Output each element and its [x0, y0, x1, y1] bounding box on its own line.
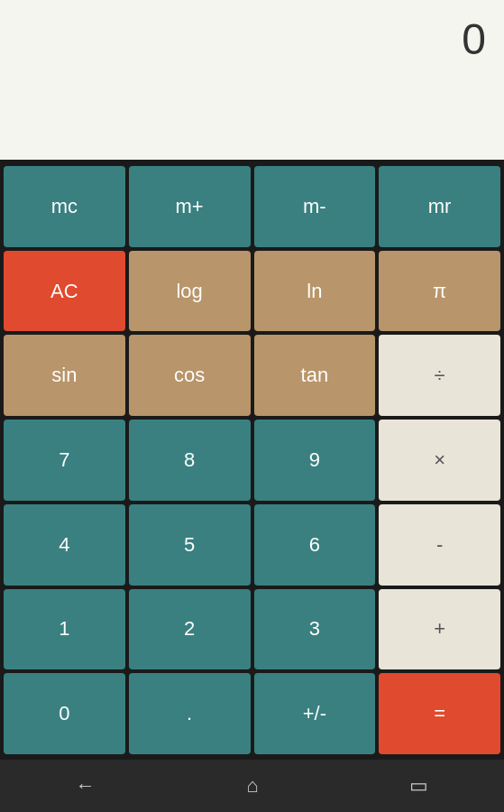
ac-button[interactable]: AC: [4, 251, 125, 332]
8-button[interactable]: 8: [129, 420, 251, 501]
bottom-row: 0 . +/- =: [4, 673, 500, 754]
navigation-bar: [0, 758, 504, 812]
memory-row: mc m+ m- mr: [4, 166, 500, 247]
m-minus-button[interactable]: m-: [254, 166, 376, 247]
mc-button[interactable]: mc: [4, 166, 125, 247]
number-row-123: 1 2 3 +: [4, 589, 500, 670]
3-button[interactable]: 3: [254, 589, 376, 670]
button-grid: mc m+ m- mr AC log ln π sin cos tan ÷ 7 …: [0, 162, 504, 758]
calculator-display: 0: [0, 0, 504, 162]
2-button[interactable]: 2: [129, 589, 251, 670]
4-button[interactable]: 4: [4, 504, 125, 586]
display-value: 0: [462, 14, 486, 64]
m-plus-button[interactable]: m+: [129, 166, 251, 247]
functions-row1: AC log ln π: [4, 251, 500, 332]
equals-button[interactable]: =: [379, 673, 500, 754]
cos-button[interactable]: cos: [129, 335, 251, 416]
pi-button[interactable]: π: [379, 251, 500, 332]
add-button[interactable]: +: [379, 589, 500, 670]
number-row-789: 7 8 9 ×: [4, 420, 500, 501]
trig-row: sin cos tan ÷: [4, 335, 500, 416]
sin-button[interactable]: sin: [4, 335, 125, 416]
5-button[interactable]: 5: [129, 504, 251, 586]
subtract-button[interactable]: -: [379, 504, 500, 586]
recents-button[interactable]: [391, 765, 446, 807]
multiply-button[interactable]: ×: [379, 420, 500, 501]
log-button[interactable]: log: [129, 251, 251, 332]
dot-button[interactable]: .: [129, 673, 251, 754]
6-button[interactable]: 6: [254, 504, 376, 586]
plusminus-button[interactable]: +/-: [254, 673, 376, 754]
0-button[interactable]: 0: [4, 673, 125, 754]
home-button[interactable]: [228, 765, 276, 807]
7-button[interactable]: 7: [4, 420, 125, 501]
back-button[interactable]: [58, 765, 114, 807]
ln-button[interactable]: ln: [254, 251, 376, 332]
9-button[interactable]: 9: [254, 420, 376, 501]
1-button[interactable]: 1: [4, 589, 125, 670]
number-row-456: 4 5 6 -: [4, 504, 500, 586]
mr-button[interactable]: mr: [379, 166, 500, 247]
tan-button[interactable]: tan: [254, 335, 376, 416]
divide-button[interactable]: ÷: [379, 335, 500, 416]
